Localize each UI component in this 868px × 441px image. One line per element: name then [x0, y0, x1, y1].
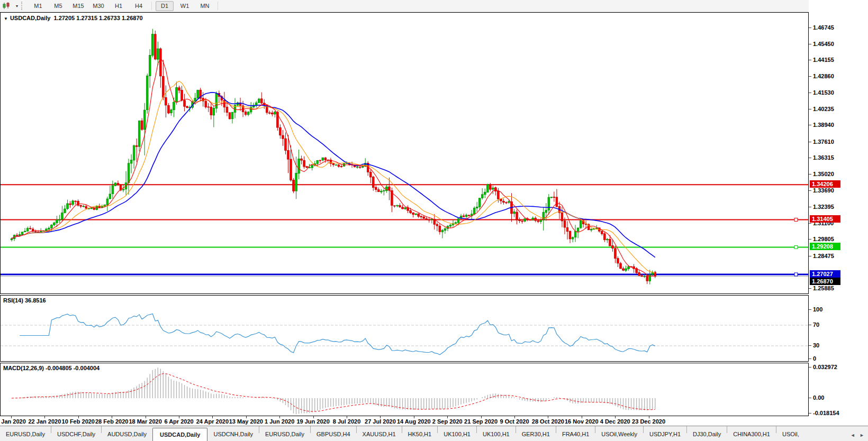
price-tick-label: 1.38940	[813, 122, 834, 128]
tab-usoil-weekly[interactable]: USOil,Weekly	[595, 428, 643, 440]
candle-down	[85, 206, 87, 208]
timeframe-button-D1[interactable]: D1	[156, 1, 174, 11]
timeframe-button-MN[interactable]: MN	[196, 1, 214, 11]
tab-audusd-daily[interactable]: AUDUSD,Daily	[102, 428, 152, 440]
tab-uk100-h1[interactable]: UK100,H1	[438, 428, 476, 440]
tab-eurusd-daily[interactable]: EURUSD,Daily	[0, 428, 51, 440]
toolbar-separator	[218, 2, 218, 10]
candle-down	[75, 201, 77, 201]
candle-down	[399, 206, 401, 207]
candle-up	[441, 230, 444, 232]
tab-dj30-daily[interactable]: DJ30,Daily	[687, 428, 727, 440]
chart-ohlc-values: 1.27205 1.27315 1.26733 1.26870	[53, 15, 142, 21]
chart-tabs: EURUSD,DailyUSDCHF,DailyAUDUSD,DailyUSDC…	[0, 426, 805, 441]
tab-scroll-left-arrow[interactable]: ◄	[849, 433, 857, 438]
timeframe-button-M5[interactable]: M5	[49, 1, 67, 11]
candle-down	[436, 224, 438, 226]
candle-up	[247, 112, 249, 115]
candle-up	[595, 228, 598, 228]
level-drag-handle[interactable]	[794, 218, 798, 221]
timeframe-button-H1[interactable]: H1	[110, 1, 128, 11]
candle-down	[490, 185, 492, 189]
candle-up	[478, 198, 481, 207]
price-tick-mark	[809, 27, 811, 28]
timeframe-button-M1[interactable]: M1	[29, 1, 47, 11]
price-tick-label: 1.28475	[813, 253, 834, 259]
price-tick-mark	[809, 223, 811, 224]
candle-down	[423, 217, 425, 218]
candle-down	[426, 218, 428, 219]
tab-eurusd-daily[interactable]: EURUSD,Daily	[259, 428, 310, 440]
tab-usdcad-daily[interactable]: USDCAD,Daily	[152, 428, 207, 441]
symbol-dropdown-icon[interactable]: ▼	[4, 16, 8, 21]
rsi-panel[interactable]: RSI(14) 36.8516	[0, 295, 809, 362]
chart-type-icon[interactable]	[0, 1, 14, 11]
price-tick-mark	[809, 60, 811, 60]
price-axis[interactable]: 1.467451.454501.441551.428601.415301.402…	[809, 0, 868, 426]
timeframe-button-M30[interactable]: M30	[89, 1, 107, 11]
candle-up	[356, 167, 358, 167]
chart-type-dropdown-arrow[interactable]: ▾	[14, 4, 20, 8]
price-tick-mark	[809, 207, 811, 207]
price-tick-mark	[809, 125, 811, 125]
timeframe-button-W1[interactable]: W1	[176, 1, 194, 11]
candle-down	[93, 208, 95, 209]
tab-usoil-[interactable]: USOil,	[776, 428, 805, 440]
price-tick-label: 1.41530	[813, 89, 834, 96]
candle-down	[503, 201, 505, 202]
candle-up	[431, 219, 433, 219]
level-drag-handle[interactable]	[794, 273, 798, 276]
candle-down	[620, 263, 622, 269]
level-drag-handle[interactable]	[794, 245, 798, 249]
toolbar-grip[interactable]	[21, 2, 25, 10]
tab-hk50-h1[interactable]: HK50,H1	[402, 428, 438, 440]
tab-usdcnh-daily[interactable]: USDCNH,Daily	[207, 428, 259, 440]
toolbar-separator	[151, 2, 152, 10]
price-tick-label: 1.37610	[813, 139, 834, 145]
macd-panel[interactable]: MACD(12,26,9) -0.004805 -0.004004	[0, 363, 809, 416]
candle-down	[282, 135, 284, 139]
price-tick-mark	[809, 190, 811, 191]
tab-usdjpy-h1[interactable]: USDJPY,H1	[644, 428, 686, 440]
date-axis[interactable]: 3 Jan 202022 Jan 202010 Feb 202028 Feb 2…	[0, 416, 809, 426]
timeframe-button-H4[interactable]: H4	[130, 1, 148, 11]
candle-up	[151, 34, 153, 56]
candle-up	[484, 192, 486, 195]
tab-fra40-h1[interactable]: FRA40,H1	[556, 428, 595, 440]
candle-down	[569, 231, 571, 239]
ma-slow-line	[12, 93, 655, 258]
candle-down	[609, 239, 611, 246]
price-chart-panel[interactable]: ▼USDCAD,Daily 1.27205 1.27315 1.26733 1.…	[0, 12, 809, 294]
candle-down	[535, 218, 537, 221]
candle-down	[226, 107, 228, 112]
candle-down	[394, 206, 396, 206]
candle-down	[260, 99, 263, 103]
candle-up	[11, 239, 13, 240]
date-label: 3 Jan 2020	[0, 418, 26, 425]
tab-scroll-right-arrow[interactable]: ►	[858, 433, 866, 438]
candle-up	[383, 190, 385, 191]
ma-mid-line	[12, 81, 655, 273]
tab-china300-h1[interactable]: CHINA300,H1	[727, 428, 776, 440]
candle-up	[146, 76, 148, 110]
tab-usdchf-daily[interactable]: USDCHF,Daily	[51, 428, 101, 440]
tab-xauusd-h1[interactable]: XAUUSD,H1	[357, 428, 402, 440]
candle-up	[170, 110, 173, 113]
macd-scale-label: 0.00	[813, 394, 824, 401]
macd-scale-label: 0.032972	[813, 364, 837, 370]
tab-ger30-h1[interactable]: GER30,H1	[516, 428, 556, 440]
tab-uk100-h1[interactable]: UK100,H1	[477, 428, 516, 440]
candle-up	[548, 197, 550, 210]
candle-down	[223, 100, 225, 107]
date-label: 9 Oct 2020	[500, 418, 529, 425]
candle-down	[165, 97, 167, 105]
candle-up	[133, 145, 135, 160]
candle-up	[213, 108, 215, 115]
tab-gbpusd-h4[interactable]: GBPUSD,H4	[311, 428, 356, 440]
candle-down	[638, 272, 640, 275]
timeframe-button-M15[interactable]: M15	[69, 1, 87, 11]
price-tick-mark	[809, 158, 811, 158]
candle-up	[311, 166, 313, 168]
candle-down	[16, 235, 18, 236]
candlestick-chart[interactable]	[1, 13, 808, 293]
